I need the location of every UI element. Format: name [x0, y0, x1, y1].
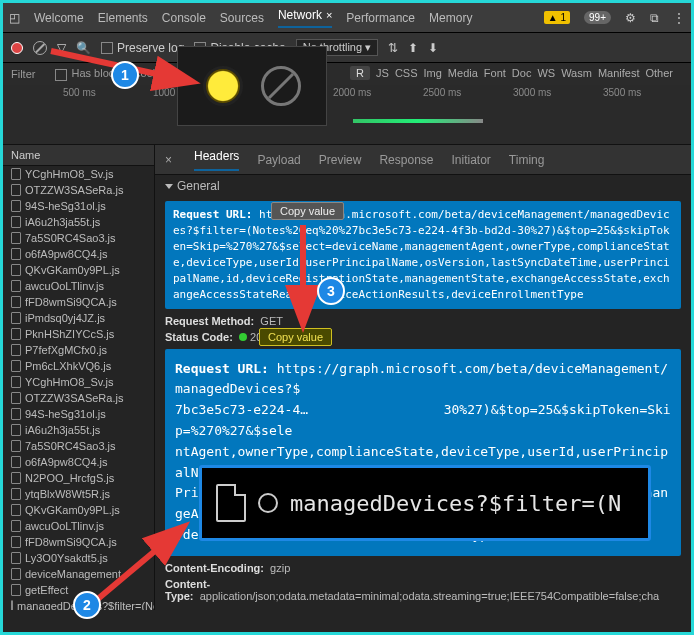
request-name: QKvGKam0y9PL.js [25, 264, 120, 276]
type-chip[interactable]: Manifest [598, 67, 640, 79]
file-icon [11, 376, 21, 388]
file-icon [11, 536, 21, 548]
request-row[interactable]: Pm6cLXhkVQ6.js [3, 358, 154, 374]
tab-response[interactable]: Response [379, 153, 433, 167]
overlay-request-zoom: managedDevices?$filter=(N [199, 465, 651, 541]
request-row[interactable]: P7fefXgMCfx0.js [3, 342, 154, 358]
request-row[interactable]: PknHShZIYCcS.js [3, 326, 154, 342]
request-row[interactable]: QKvGKam0y9PL.js [3, 502, 154, 518]
clear-icon[interactable] [33, 41, 47, 55]
request-name: awcuOoLTlinv.js [25, 280, 104, 292]
record-icon[interactable] [11, 42, 23, 54]
request-name: YCghHmO8_Sv.js [25, 376, 113, 388]
file-icon [11, 168, 21, 180]
type-chip[interactable]: Img [424, 67, 442, 79]
request-row[interactable]: 94S-heSg31ol.js [3, 198, 154, 214]
type-chip[interactable]: JS [376, 67, 389, 79]
tab-performance[interactable]: Performance [346, 11, 415, 25]
type-chip[interactable]: CSS [395, 67, 418, 79]
overlay-record-clear [177, 46, 327, 126]
tab-elements[interactable]: Elements [98, 11, 148, 25]
request-name: iA6u2h3ja55t.js [25, 424, 100, 436]
request-row[interactable]: YCghHmO8_Sv.js [3, 166, 154, 182]
request-row[interactable]: 7a5S0RC4Sao3.js [3, 230, 154, 246]
request-row[interactable]: awcuOoLTlinv.js [3, 518, 154, 534]
tick-label: 2500 ms [423, 87, 461, 98]
tab-welcome[interactable]: Welcome [34, 11, 84, 25]
request-url-block[interactable]: Request URL: https://graph.microsoft.com… [165, 201, 681, 309]
chevron-down-icon [165, 184, 173, 189]
request-name: OTZZW3SASeRa.js [25, 392, 123, 404]
tab-memory[interactable]: Memory [429, 11, 472, 25]
dock-icon[interactable]: ⧉ [650, 11, 659, 25]
type-chip[interactable]: R [350, 66, 370, 80]
timeline-ruler[interactable]: 500 ms 1000 ms 2000 ms 2500 ms 3000 ms 3… [3, 85, 691, 145]
tab-preview[interactable]: Preview [319, 153, 362, 167]
filter-toggle-icon[interactable]: ▽ [57, 41, 66, 55]
tab-timing[interactable]: Timing [509, 153, 545, 167]
request-row[interactable]: iPmdsq0yj4JZ.js [3, 310, 154, 326]
tab-payload[interactable]: Payload [257, 153, 300, 167]
request-name: Ly3O0Ysakdt5.js [25, 552, 108, 564]
gear-icon[interactable]: ⚙ [625, 11, 636, 25]
request-row[interactable]: iA6u2h3ja55t.js [3, 422, 154, 438]
import-icon[interactable]: ⬆ [408, 41, 418, 55]
request-name: Pm6cLXhkVQ6.js [25, 360, 111, 372]
request-row[interactable]: fFD8wmSi9QCA.js [3, 534, 154, 550]
request-row[interactable]: OTZZW3SASeRa.js [3, 182, 154, 198]
export-icon[interactable]: ⬇ [428, 41, 438, 55]
file-icon [11, 312, 21, 324]
request-row[interactable]: fFD8wmSi9QCA.js [3, 294, 154, 310]
tab-headers[interactable]: Headers [194, 149, 239, 171]
search-icon[interactable]: 🔍 [76, 41, 91, 55]
tooltip-copy-value[interactable]: Copy value [271, 202, 344, 220]
warnings-badge[interactable]: ▲ 1 [544, 11, 570, 24]
request-row[interactable]: QKvGKam0y9PL.js [3, 262, 154, 278]
request-row[interactable]: deviceManagement [3, 566, 154, 582]
type-chip[interactable]: Media [448, 67, 478, 79]
type-chip[interactable]: Doc [512, 67, 532, 79]
tab-console[interactable]: Console [162, 11, 206, 25]
close-details-icon[interactable]: × [165, 153, 172, 167]
status-dot-icon [239, 333, 247, 341]
request-row[interactable]: iA6u2h3ja55t.js [3, 214, 154, 230]
close-icon[interactable]: × [326, 9, 332, 21]
record-icon-zoom [203, 66, 243, 106]
section-general[interactable]: General [155, 175, 691, 197]
file-icon [216, 484, 246, 522]
tab-initiator[interactable]: Initiator [451, 153, 490, 167]
request-row[interactable]: o6fA9pw8CQ4.js [3, 246, 154, 262]
tab-sources[interactable]: Sources [220, 11, 264, 25]
more-icon[interactable]: ⋮ [673, 11, 685, 25]
tab-network[interactable]: Network× [278, 8, 332, 28]
preserve-log-checkbox[interactable]: Preserve log [101, 41, 184, 55]
request-row[interactable]: awcuOoLTlinv.js [3, 278, 154, 294]
type-chip[interactable]: Font [484, 67, 506, 79]
file-icon [11, 296, 21, 308]
type-chip[interactable]: Other [645, 67, 673, 79]
inspect-icon[interactable]: ◰ [9, 11, 20, 25]
file-icon [11, 520, 21, 532]
request-row[interactable]: 7a5S0RC4Sao3.js [3, 438, 154, 454]
request-row[interactable]: N2POO_HrcfgS.js [3, 470, 154, 486]
wifi-icon[interactable]: ⇅ [388, 41, 398, 55]
file-icon [11, 392, 21, 404]
request-row[interactable]: ytqBlxW8Wt5R.js [3, 486, 154, 502]
request-row[interactable]: OTZZW3SASeRa.js [3, 390, 154, 406]
issues-count[interactable]: 99+ [584, 11, 611, 24]
file-icon [11, 280, 21, 292]
request-name: P7fefXgMCfx0.js [25, 344, 107, 356]
request-row[interactable]: 94S-heSg31ol.js [3, 406, 154, 422]
column-header-name[interactable]: Name [3, 145, 154, 166]
content-encoding: Content-Encoding: gzip [155, 560, 691, 576]
request-row[interactable]: YCghHmO8_Sv.js [3, 374, 154, 390]
request-row[interactable]: Ly3O0Ysakdt5.js [3, 550, 154, 566]
file-icon [11, 584, 21, 596]
devtools-tabbar: ◰ Welcome Elements Console Sources Netwo… [3, 3, 691, 33]
type-chip[interactable]: WS [537, 67, 555, 79]
type-chip[interactable]: Wasm [561, 67, 592, 79]
request-row[interactable]: o6fA9pw8CQ4.js [3, 454, 154, 470]
tooltip-copy-value-highlight[interactable]: Copy value [259, 328, 332, 346]
file-icon [11, 456, 21, 468]
request-name: fFD8wmSi9QCA.js [25, 296, 117, 308]
